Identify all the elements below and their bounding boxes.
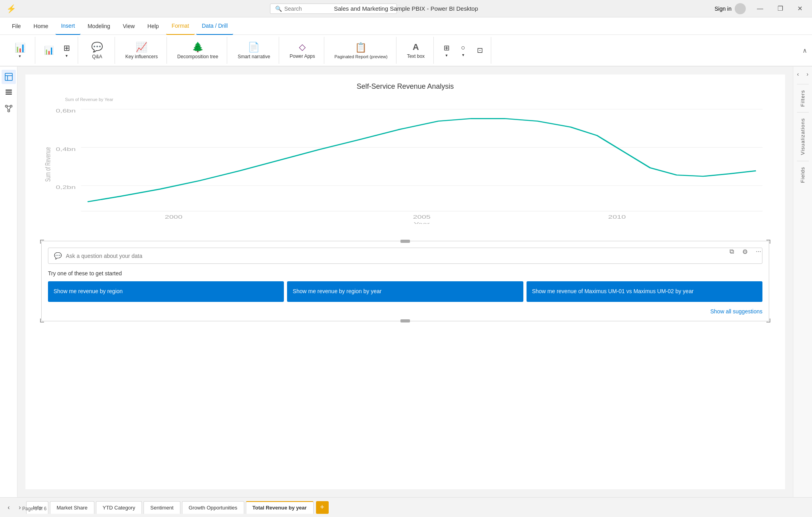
- svg-text:2010: 2010: [608, 214, 626, 220]
- svg-rect-3: [6, 90, 12, 91]
- tab-market-share[interactable]: Market Share: [50, 501, 94, 514]
- buttons-ribbon-btn[interactable]: ⊡: [472, 38, 488, 63]
- restore-button[interactable]: ❐: [774, 5, 786, 12]
- tab-sentiment[interactable]: Sentiment: [144, 501, 180, 514]
- qna-copy-btn[interactable]: ⧉: [726, 246, 737, 257]
- right-panel-divider-3: [797, 161, 809, 161]
- minimize-button[interactable]: —: [754, 5, 766, 12]
- qna-resize-top[interactable]: [400, 240, 410, 243]
- menu-file[interactable]: File: [6, 17, 27, 35]
- power-apps-ribbon-btn[interactable]: ◇ Power Apps: [284, 38, 320, 63]
- sidebar-data-view[interactable]: [2, 86, 16, 100]
- suggestions-grid: Show me revenue by region Show me revenu…: [48, 281, 762, 302]
- right-panel-divider-1: [797, 84, 809, 84]
- qna-container: ⧉ ⚙ ··· 💬 Try one of these to get starte…: [41, 241, 769, 321]
- add-page-btn[interactable]: +: [316, 501, 329, 514]
- show-all-suggestions-link[interactable]: Show all suggestions: [48, 307, 762, 315]
- ribbon-group-paginated-report: 📋 Paginated Report (preview): [326, 37, 397, 64]
- power-apps-icon: ◇: [299, 42, 306, 52]
- svg-text:0,6bn: 0,6bn: [56, 108, 76, 114]
- svg-text:2005: 2005: [413, 214, 431, 220]
- menu-insert[interactable]: Insert: [56, 17, 80, 35]
- suggestion-1[interactable]: Show me revenue by region: [48, 281, 284, 302]
- smart-narrative-icon: 📄: [248, 42, 260, 53]
- qna-resize-bottom[interactable]: [400, 319, 410, 322]
- canvas: Self-Service Revenue Analysis Sum of Rev…: [25, 74, 785, 489]
- search-icon: 🔍: [275, 6, 282, 12]
- sidebar-report-view[interactable]: [2, 70, 16, 84]
- right-panel: ‹ › Filters Visualizations Fields: [793, 67, 812, 497]
- filters-label[interactable]: Filters: [798, 87, 807, 110]
- svg-line-11: [9, 107, 11, 110]
- sidebar-model-view[interactable]: [2, 101, 16, 116]
- qna-input[interactable]: [66, 253, 756, 259]
- more-visuals-btn[interactable]: ⊞ ▼: [439, 38, 454, 63]
- tab-ytd-category[interactable]: YTD Category: [96, 501, 142, 514]
- tab-growth-opportunities[interactable]: Growth Opportunities: [182, 501, 244, 514]
- smart-narrative-ribbon-btn[interactable]: 📄 Smart narrative: [232, 38, 276, 63]
- decomp-tree-ribbon-btn[interactable]: 🌲 Decomposition tree: [172, 38, 224, 63]
- sign-in[interactable]: Sign in: [714, 3, 746, 14]
- menu-view[interactable]: View: [117, 17, 140, 35]
- svg-line-10: [7, 107, 8, 110]
- tab-total-revenue-by-year[interactable]: Total Revenue by year: [246, 501, 314, 514]
- resize-corner-tr[interactable]: [766, 240, 770, 244]
- bar-chart-icon: 📊: [44, 46, 54, 55]
- chart-title: Self-Service Revenue Analysis: [41, 82, 769, 91]
- main-layout: Self-Service Revenue Analysis Sum of Rev…: [0, 67, 812, 497]
- svg-rect-4: [6, 92, 12, 93]
- visuals-chevron: ▼: [18, 54, 22, 58]
- menu-help[interactable]: Help: [142, 17, 165, 35]
- fields-label[interactable]: Fields: [798, 164, 807, 186]
- key-influencers-ribbon-btn[interactable]: 📈 Key influencers: [120, 38, 163, 63]
- nav-forward-btn[interactable]: ›: [803, 70, 812, 78]
- svg-text:Sum of Revenue: Sum of Revenue: [44, 147, 52, 182]
- resize-corner-br[interactable]: [766, 319, 770, 322]
- qna-more-btn[interactable]: ···: [753, 246, 764, 257]
- qna-icon: 💬: [91, 42, 103, 53]
- nav-back-btn[interactable]: ‹: [794, 70, 802, 78]
- paginated-report-icon: 📋: [355, 42, 367, 53]
- shapes-btn[interactable]: ○ ▼: [455, 38, 471, 63]
- menu-format[interactable]: Format: [166, 17, 195, 35]
- qna-input-container: 💬: [48, 248, 762, 264]
- ribbon-expand-btn[interactable]: ∧: [802, 47, 807, 54]
- svg-text:Year: Year: [414, 221, 430, 224]
- qna-settings-btn[interactable]: ⚙: [739, 246, 751, 257]
- visualizations-label[interactable]: Visualizations: [798, 115, 807, 158]
- qna-ribbon-btn[interactable]: 💬 Q&A: [83, 38, 111, 63]
- ribbon-group-text-box: A Text box: [398, 37, 434, 64]
- resize-corner-tl[interactable]: [40, 240, 44, 244]
- menu-data-drill[interactable]: Data / Drill: [196, 17, 233, 35]
- app-logo: ⚡: [6, 4, 16, 13]
- menu-home[interactable]: Home: [28, 17, 54, 35]
- svg-point-7: [10, 105, 12, 107]
- svg-text:2000: 2000: [165, 214, 183, 220]
- suggestion-2[interactable]: Show me revenue by region by year: [287, 281, 523, 302]
- suggestion-3[interactable]: Show me revenue of Maximus UM-01 vs Maxi…: [527, 281, 762, 302]
- qna-options: ⧉ ⚙ ···: [726, 246, 764, 257]
- window-controls: Sign in — ❐ ✕: [714, 3, 806, 14]
- qna-prompt-label: Try one of these to get started: [48, 270, 762, 277]
- page-info: Page 6 of 6: [22, 506, 46, 511]
- title-bar: ⚡ Sales and Marketing Sample PBIX - Powe…: [0, 0, 812, 17]
- ribbon-group-chart-types: 📊 ⊞ ▼: [37, 37, 78, 64]
- prev-page-btn[interactable]: ‹: [3, 502, 14, 513]
- visuals-dropdown-btn[interactable]: 📊 ▼: [8, 38, 32, 63]
- svg-rect-5: [6, 93, 12, 95]
- avatar: [735, 3, 746, 14]
- more-charts-btn[interactable]: ⊞ ▼: [59, 38, 75, 63]
- svg-text:0,4bn: 0,4bn: [56, 146, 76, 152]
- ribbon-group-power-apps: ◇ Power Apps: [281, 37, 324, 64]
- text-box-ribbon-btn[interactable]: A Text box: [401, 38, 430, 63]
- close-button[interactable]: ✕: [794, 5, 806, 12]
- menu-modeling[interactable]: Modeling: [82, 17, 116, 35]
- ribbon-group-more: ⊞ ▼ ○ ▼ ⊡: [435, 37, 491, 64]
- svg-rect-0: [5, 73, 12, 80]
- resize-corner-bl[interactable]: [40, 319, 44, 322]
- paginated-report-ribbon-btn[interactable]: 📋 Paginated Report (preview): [329, 38, 393, 63]
- bottom-bar: ‹ › Info Market Share YTD Category Senti…: [0, 497, 812, 517]
- bar-chart-btn[interactable]: 📊: [40, 38, 58, 63]
- shapes-icon: ○: [461, 44, 465, 52]
- right-panel-nav: ‹ ›: [794, 70, 812, 78]
